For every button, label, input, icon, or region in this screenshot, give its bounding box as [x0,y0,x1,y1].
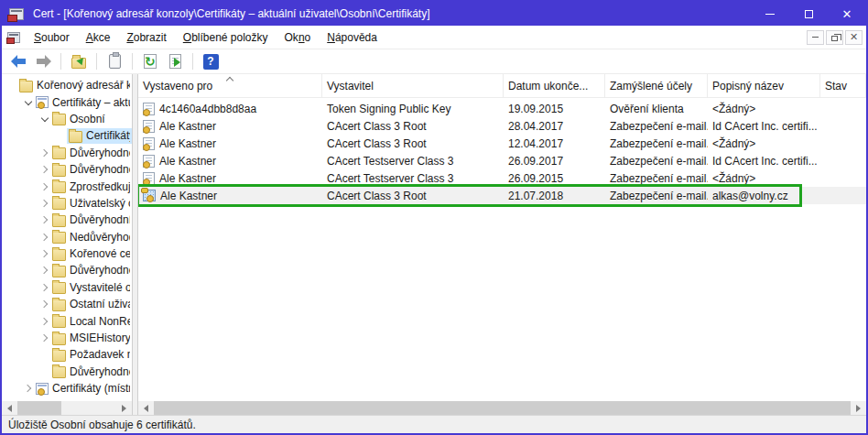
column-header[interactable]: Popisný název [708,74,820,97]
folder-icon [52,165,66,177]
minimize-icon [765,14,775,15]
column-header-label: Stav [825,80,847,92]
tree-item[interactable]: Ostatní uživate [2,296,132,312]
child-minimize-button[interactable] [807,30,824,45]
window-title: Cert - [Kořenový adresář konzoly\Certifi… [33,7,430,20]
cell-text: Ověření klienta [610,103,684,115]
chevron-down-icon[interactable] [22,96,34,108]
chevron-right-icon[interactable] [38,231,50,243]
maximize-button[interactable] [789,2,828,26]
table-row[interactable]: Ale KastnerCAcert Class 3 Root12.04.2017… [138,135,866,152]
console-tree-panel: Kořenový adresář konCertifikáty – aktuáO… [2,74,133,415]
up-one-level-icon [71,58,86,69]
tree-item-label: Vystavitelé ově [70,281,130,294]
column-header[interactable]: Stav [820,74,866,97]
chevron-right-icon[interactable] [38,197,50,209]
close-button[interactable]: ✕ [828,2,866,26]
menu-item[interactable]: Akce [78,27,119,48]
table-row[interactable]: Ale KastnerCAcert Class 3 Root21.07.2018… [138,187,866,204]
forward-button[interactable] [32,51,54,72]
tree-item[interactable]: Local NonRem [2,312,132,329]
tree-item-label: Zprostředkujíc [70,180,130,193]
table-cell: Ale Kastner [138,152,322,169]
toolbar-separator [132,53,133,70]
folder-icon [69,131,82,143]
table-row[interactable]: Ale KastnerCAcert Class 3 Root28.04.2017… [138,117,866,135]
chevron-down-icon[interactable] [38,113,50,125]
chevron-right-icon[interactable] [38,265,50,277]
chevron-right-icon[interactable] [22,383,34,395]
tree-item[interactable]: Vystavitelé ově [2,279,132,296]
table-row[interactable]: 4c1460a4dbb8d8aaToken Signing Public Key… [138,100,866,117]
tree-item[interactable]: Důvěryhodnos [2,161,132,178]
column-header[interactable]: Datum ukonče... [504,74,605,97]
help-button[interactable] [200,51,222,72]
tree-item[interactable]: MSIEHistoryJo [2,330,132,346]
chevron-right-icon[interactable] [38,147,50,158]
column-header-label: Vystaveno pro [143,80,212,92]
console-document-icon[interactable] [7,32,20,43]
window-controls: ✕ [751,2,866,26]
chevron-right-icon[interactable] [38,315,50,327]
chevron-right-icon[interactable] [38,332,50,344]
scroll-left-button[interactable] [138,401,152,415]
scroll-right-button[interactable] [118,401,132,415]
column-header[interactable]: Vystavitel [322,74,504,97]
column-header-label: Datum ukonče... [508,80,588,92]
tree-item[interactable]: Kořenové certi [2,245,132,262]
menu-item[interactable]: Oblíbené položky [175,27,277,48]
column-header[interactable]: Vystaveno pro [138,74,322,97]
tree-item[interactable]: Certifikáty – aktuá [2,93,132,110]
restore-icon [831,36,838,41]
cell-text: Ale Kastner [159,155,216,168]
scroll-right-button[interactable] [852,401,866,415]
folder-icon [52,316,66,328]
minimize-button[interactable] [751,2,789,26]
scrollbar-thumb[interactable] [17,401,61,415]
menu-item[interactable]: Zobrazit [118,27,174,48]
tree-item[interactable]: Uživatelský ob [2,195,132,212]
menu-item[interactable]: Okno [277,27,320,48]
chevron-right-icon[interactable] [38,214,50,226]
cell-text: Token Signing Public Key [327,103,450,115]
export-list-button[interactable] [164,51,186,72]
column-header[interactable]: Zamýšlené účely [605,74,708,97]
tree-item[interactable]: Požadavek na z [2,346,132,363]
tree-item[interactable]: Certifikáty [2,127,132,144]
back-button[interactable] [7,51,29,72]
table-row[interactable]: Ale KastnerCAcert Testserver Class 326.0… [138,152,866,169]
menu-item[interactable]: Soubor [26,27,78,48]
list-horizontal-scrollbar[interactable] [138,401,866,415]
tree-item[interactable]: Důvěryhodní v [2,212,132,228]
table-row[interactable]: Ale KastnerCAcert Testserver Class 326.0… [138,169,866,187]
tree-item[interactable]: Nedůvěryhodn [2,229,132,245]
tree-item[interactable]: Zprostředkujíc [2,178,132,194]
maximize-icon [805,10,813,18]
certificate-icon [143,103,155,115]
tree-item-label: Důvěryhodné k [70,147,130,159]
table-cell: Token Signing Public Key [322,100,504,117]
tree-item[interactable]: Důvěryhodné k [2,145,132,161]
chevron-right-icon[interactable] [38,180,50,192]
table-cell: Zabezpečení e-mail... [605,135,708,152]
folder-icon [52,282,66,294]
chevron-right-icon[interactable] [38,164,50,176]
chevron-right-icon[interactable] [38,281,50,293]
up-one-level-button[interactable] [68,51,90,72]
tree-item[interactable]: Důvěryhodné k [2,364,132,380]
cell-text: alkas@volny.cz [712,190,788,202]
refresh-button[interactable] [139,51,161,72]
tree-item[interactable]: Důvěryhodné o [2,262,132,278]
chevron-right-icon[interactable] [38,248,50,260]
scrollbar-thumb[interactable] [154,401,851,415]
chevron-right-icon[interactable] [38,299,50,310]
child-restore-button[interactable] [826,30,843,45]
child-close-button[interactable]: ✕ [845,30,863,45]
scroll-left-button[interactable] [2,401,16,415]
menu-item[interactable]: Nápověda [319,27,385,48]
tree-item[interactable]: Certifikáty (místní [2,380,132,397]
tree-horizontal-scrollbar[interactable] [2,401,132,415]
properties-button[interactable] [103,51,125,72]
tree-item[interactable]: Osobní [2,111,132,127]
tree-item[interactable]: Kořenový adresář kon [2,77,132,93]
